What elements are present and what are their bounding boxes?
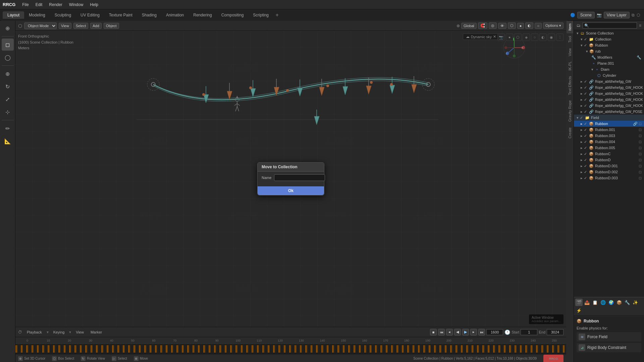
r001-vis[interactable]: ✓ — [584, 128, 587, 132]
r004-vis[interactable]: ✓ — [584, 140, 587, 144]
timeline-marker-menu[interactable]: Marker — [89, 329, 104, 335]
viewport-3d[interactable]: RRCG人人素材RRCG人人素材 人人素材RRCG人人素材RRCG RRCG人人… — [15, 31, 566, 327]
prop-force-field[interactable]: ≋ Force Field — [577, 332, 641, 342]
end-frame-input[interactable]: 3024 — [547, 329, 564, 335]
outliner-rope-3[interactable]: ▸ ✓ 🔗 Rope_abfdhehefgg_GW_HOOK — [574, 90, 644, 97]
view-menu[interactable]: View — [59, 23, 71, 29]
menu-window[interactable]: Window — [66, 2, 86, 8]
object-mode-selector[interactable]: Object Mode Edit Mode Sculpt Mode — [24, 22, 57, 29]
vtab-text-effects[interactable]: Text Effects — [567, 73, 573, 98]
snap-toggle[interactable]: 🧲 — [478, 22, 487, 29]
vtab-ikpl[interactable]: IK-PL — [567, 59, 573, 73]
tab-modeling[interactable]: Modeling — [24, 11, 50, 19]
outliner-rubbond003[interactable]: ▸ ✓ 📦 RubbonD.003 □ — [574, 175, 644, 181]
outliner-rubbon001[interactable]: ▸ ✓ 📦 Rubbon.001 □ — [574, 127, 644, 133]
outliner-rubbonc[interactable]: ▸ ✓ 📦 RubbonC □ — [574, 151, 644, 157]
jump-start-button[interactable]: ⏮ — [438, 329, 445, 336]
outliner-rope-5[interactable]: ▸ ✓ 🔗 Rope_abfdhehefgg_GW_HOOK — [574, 103, 644, 109]
rope4-collapse[interactable]: ▸ — [581, 98, 583, 102]
rope2-collapse[interactable]: ▸ — [581, 85, 583, 90]
vtab-item[interactable]: Item — [567, 21, 573, 33]
rope4-vis[interactable]: ✓ — [584, 98, 587, 102]
props-tab-world[interactable]: 🌍 — [607, 299, 615, 306]
rope2-vis[interactable]: ✓ — [584, 85, 587, 90]
rubbon-visibility-check[interactable]: ✓ — [584, 43, 587, 48]
playback-dropdown[interactable]: ▾ — [47, 330, 49, 335]
props-tab-output[interactable]: 📤 — [583, 299, 591, 306]
outliner-rubbon003[interactable]: ▸ ✓ 📦 Rubbon.003 □ — [574, 133, 644, 139]
proportional-edit[interactable]: ◎ — [489, 22, 497, 29]
tab-uv-editing[interactable]: UV Editing — [76, 11, 104, 19]
outliner-rope-2[interactable]: ▸ ✓ 🔗 Rope_abfdhehefgg_GW_HOOK — [574, 84, 644, 90]
r005-collapse[interactable]: ▸ — [581, 146, 583, 150]
tool-scale[interactable]: ⤢ — [2, 93, 14, 105]
collection-collapse[interactable]: ▾ — [581, 37, 583, 42]
rd-collapse[interactable]: ▸ — [581, 158, 583, 162]
add-workspace-tab[interactable]: + — [273, 11, 281, 19]
outliner-rubbond001[interactable]: ▸ ✓ 📦 RubbonD.001 □ — [574, 163, 644, 169]
rc-vis[interactable]: ✓ — [584, 152, 587, 156]
keying-dropdown[interactable]: ▾ — [69, 330, 71, 335]
menu-render[interactable]: Render — [46, 2, 65, 8]
props-tab-particles[interactable]: ✨ — [632, 299, 639, 306]
props-tab-physics[interactable]: ⚡ — [575, 307, 583, 314]
modal-overlay[interactable]: Move to Collection Name Ok — [15, 31, 566, 327]
rope1-collapse[interactable]: ▸ — [581, 79, 583, 84]
tab-compositing[interactable]: Compositing — [217, 11, 249, 19]
rubbon-sel-vis[interactable]: ✓ — [584, 122, 587, 126]
dialog-name-input[interactable] — [274, 174, 325, 181]
rope5-vis[interactable]: ✓ — [584, 104, 587, 108]
diam-collapse[interactable]: ▾ — [591, 67, 593, 72]
rd001-collapse[interactable]: ▸ — [581, 164, 583, 168]
viewlayer-selector[interactable]: View Layer — [604, 12, 630, 18]
outliner-cylinder[interactable]: ⬡ Cylinder — [574, 72, 644, 78]
timeline-playback-menu[interactable]: Playback — [25, 329, 44, 335]
tool-transform[interactable]: ⊹ — [2, 106, 14, 118]
props-tab-object[interactable]: 📦 — [615, 299, 623, 306]
outliner-rub[interactable]: ▾ 📦 rub — [574, 48, 644, 54]
start-frame-input[interactable]: 1 — [521, 329, 537, 335]
outliner-rope-4[interactable]: ▸ ✓ 🔗 Rope_abfdhehefgg_GW_HOOK — [574, 97, 644, 103]
select-menu[interactable]: Select — [73, 23, 89, 29]
jump-end-button[interactable]: ⏭ — [478, 329, 485, 336]
vtab-tool[interactable]: Tool — [567, 33, 573, 45]
rd001-vis[interactable]: ✓ — [584, 164, 587, 168]
outliner-rope-6[interactable]: ▸ ✓ 🔗 Rope_abfdhehefgg_GW_POSE — [574, 109, 644, 115]
rope6-collapse[interactable]: ▸ — [581, 110, 583, 114]
tab-rendering[interactable]: Rendering — [189, 11, 216, 19]
outliner-collection[interactable]: ▾ ✓ 📁 Collection — [574, 36, 644, 42]
r001-collapse[interactable]: ▸ — [581, 128, 583, 132]
outliner-plane001[interactable]: ▫ Plane.001 — [574, 60, 644, 66]
menu-help[interactable]: Help — [87, 2, 101, 8]
outliner-rubbon005[interactable]: ▸ ✓ 📦 Rubbon.005 □ — [574, 145, 644, 151]
rope3-vis[interactable]: ✓ — [584, 92, 587, 96]
play-reverse-button[interactable]: ◀ — [454, 329, 461, 336]
overlay-btn[interactable]: 👁 — [498, 23, 506, 29]
outliner-modifiers[interactable]: 🔧 Modifiers 🔧 — [574, 54, 644, 60]
tab-layout[interactable]: Layout — [3, 11, 24, 19]
outliner-filter[interactable]: ≡ — [639, 23, 641, 28]
props-tab-scene[interactable]: 🌐 — [599, 299, 607, 306]
tab-shading[interactable]: Shading — [137, 11, 161, 19]
rd002-vis[interactable]: ✓ — [584, 170, 587, 174]
scene-collection-collapse[interactable]: ▾ — [577, 31, 579, 36]
rubbon-sel-collapse[interactable]: ▸ — [581, 122, 583, 126]
outliner-rubbon-main[interactable]: ▾ ✓ 📦 Rubbon — [574, 42, 644, 48]
rope5-collapse[interactable]: ▸ — [581, 104, 583, 108]
options-btn[interactable]: Options ▾ — [543, 22, 564, 29]
scene-selector[interactable]: Scene — [577, 12, 595, 18]
r005-vis[interactable]: ✓ — [584, 146, 587, 150]
tool-select-box[interactable]: ◻ — [2, 39, 14, 51]
rubbon-collapse[interactable]: ▾ — [581, 43, 583, 48]
field-collapse[interactable]: ▾ — [577, 116, 579, 120]
xray-btn[interactable]: ⬡ — [508, 22, 516, 29]
props-tab-modifier[interactable]: 🔧 — [624, 299, 631, 306]
props-tab-render[interactable]: 🎬 — [575, 299, 583, 306]
rd002-collapse[interactable]: ▸ — [581, 170, 583, 174]
rope3-collapse[interactable]: ▸ — [581, 92, 583, 96]
vtab-view[interactable]: View — [567, 46, 573, 59]
rd003-vis[interactable]: ✓ — [584, 176, 587, 180]
tab-texture-paint[interactable]: Texture Paint — [104, 11, 137, 19]
step-forward-button[interactable]: ▸ — [470, 329, 477, 336]
tool-annotate[interactable]: ✏ — [2, 122, 14, 134]
